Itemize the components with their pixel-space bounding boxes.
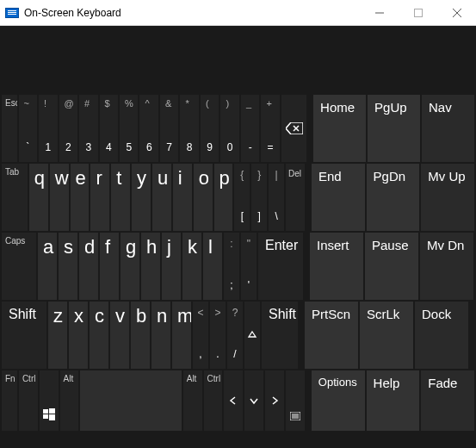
key-caps[interactable]: Caps	[2, 233, 36, 300]
key-e[interactable]: e	[71, 164, 90, 231]
arrow-down-icon	[249, 395, 259, 406]
key-bracket-left[interactable]: {[	[234, 164, 250, 231]
keyboard-area: Esc ~` !1 @2 #3 $4 %5 ^6 &7 *8 (9 )0 _- …	[0, 26, 476, 434]
key-grave[interactable]: ~`	[19, 95, 37, 162]
window-title: On-Screen Keyboard	[24, 7, 360, 19]
key-b[interactable]: b	[131, 302, 150, 369]
key-backspace[interactable]	[281, 95, 306, 162]
key-del[interactable]: Del	[286, 164, 305, 231]
windows-icon	[43, 408, 55, 420]
key-menu[interactable]	[286, 370, 305, 431]
svg-rect-8	[43, 414, 48, 419]
key-shift-right[interactable]: Shift	[262, 302, 298, 369]
key-enter[interactable]: Enter	[258, 233, 303, 300]
key-quote[interactable]: "'	[241, 233, 257, 300]
key-ctrl-left[interactable]: Ctrl	[19, 370, 38, 431]
key-tab[interactable]: Tab	[2, 164, 28, 231]
key-l[interactable]: l	[203, 233, 222, 300]
key-5[interactable]: %5	[120, 95, 138, 162]
key-arrow-down[interactable]	[244, 370, 263, 431]
key-d[interactable]: d	[79, 233, 98, 300]
key-space[interactable]	[80, 370, 181, 431]
key-esc[interactable]: Esc	[2, 95, 17, 162]
key-arrow-left[interactable]	[224, 370, 243, 431]
key-alt-right[interactable]: Alt	[183, 370, 202, 431]
key-0[interactable]: )0	[220, 95, 238, 162]
key-3[interactable]: #3	[79, 95, 97, 162]
key-mvdn[interactable]: Mv Dn	[420, 233, 473, 300]
key-comma[interactable]: <,	[193, 302, 208, 369]
titlebar: On-Screen Keyboard	[0, 0, 476, 26]
key-4[interactable]: $4	[100, 95, 118, 162]
app-icon	[5, 8, 19, 18]
key-minus[interactable]: _-	[241, 95, 259, 162]
maximize-button[interactable]	[399, 0, 437, 25]
key-m[interactable]: m	[172, 302, 191, 369]
key-6[interactable]: ^6	[139, 95, 158, 162]
key-help[interactable]: Help	[367, 370, 420, 431]
key-g[interactable]: g	[121, 233, 139, 300]
key-mvup[interactable]: Mv Up	[421, 164, 474, 231]
key-dock[interactable]: Dock	[415, 302, 468, 369]
key-pgdn[interactable]: PgDn	[367, 164, 420, 231]
arrow-up-icon	[247, 330, 257, 340]
minimize-button[interactable]	[360, 0, 399, 25]
key-v[interactable]: v	[110, 302, 129, 369]
key-n[interactable]: n	[151, 302, 170, 369]
arrow-left-icon	[228, 395, 238, 406]
key-q[interactable]: q	[29, 164, 48, 231]
key-end[interactable]: End	[312, 164, 365, 231]
key-r[interactable]: r	[90, 164, 109, 231]
key-scrlk[interactable]: ScrLk	[360, 302, 413, 369]
key-j[interactable]: j	[162, 233, 181, 300]
key-prtscn[interactable]: PrtScn	[305, 302, 358, 369]
key-o[interactable]: o	[194, 164, 213, 231]
key-k[interactable]: k	[182, 233, 201, 300]
key-i[interactable]: i	[173, 164, 192, 231]
key-bracket-right[interactable]: }]	[251, 164, 267, 231]
key-2[interactable]: @2	[59, 95, 77, 162]
key-win[interactable]	[40, 370, 59, 431]
key-period[interactable]: >.	[210, 302, 226, 369]
key-options[interactable]: Options	[312, 370, 365, 431]
key-h[interactable]: h	[141, 233, 160, 300]
key-u[interactable]: u	[152, 164, 171, 231]
close-button[interactable]	[437, 0, 476, 25]
key-backslash[interactable]: |\	[269, 164, 284, 231]
svg-rect-7	[49, 408, 55, 414]
key-slash[interactable]: ?/	[227, 302, 243, 369]
key-semicolon[interactable]: :;	[224, 233, 239, 300]
key-s[interactable]: s	[59, 233, 77, 300]
key-8[interactable]: *8	[180, 95, 198, 162]
key-alt-left[interactable]: Alt	[60, 370, 79, 431]
key-pgup[interactable]: PgUp	[368, 95, 420, 162]
key-y[interactable]: y	[132, 164, 151, 231]
key-1[interactable]: !1	[39, 95, 57, 162]
key-insert[interactable]: Insert	[310, 233, 363, 300]
key-shift-left[interactable]: Shift	[2, 302, 46, 369]
svg-rect-1	[414, 9, 422, 16]
arrow-right-icon	[269, 395, 280, 406]
key-7[interactable]: &7	[160, 95, 178, 162]
key-9[interactable]: (9	[201, 95, 219, 162]
menu-icon	[290, 412, 300, 420]
key-x[interactable]: x	[69, 302, 88, 369]
key-home[interactable]: Home	[313, 95, 366, 162]
key-nav[interactable]: Nav	[422, 95, 474, 162]
key-c[interactable]: c	[90, 302, 108, 369]
svg-rect-9	[49, 414, 55, 420]
key-f[interactable]: f	[100, 233, 119, 300]
key-fade[interactable]: Fade	[421, 370, 474, 431]
key-w[interactable]: w	[50, 164, 69, 231]
key-ctrl-right[interactable]: Ctrl	[204, 370, 223, 431]
key-fn[interactable]: Fn	[2, 370, 17, 431]
key-p[interactable]: p	[214, 164, 233, 231]
key-arrow-up[interactable]	[244, 302, 260, 369]
key-z[interactable]: z	[48, 302, 67, 369]
svg-rect-6	[43, 409, 48, 414]
key-a[interactable]: a	[38, 233, 57, 300]
key-equals[interactable]: +=	[261, 95, 279, 162]
key-t[interactable]: t	[111, 164, 130, 231]
key-arrow-right[interactable]	[265, 370, 284, 431]
key-pause[interactable]: Pause	[365, 233, 418, 300]
